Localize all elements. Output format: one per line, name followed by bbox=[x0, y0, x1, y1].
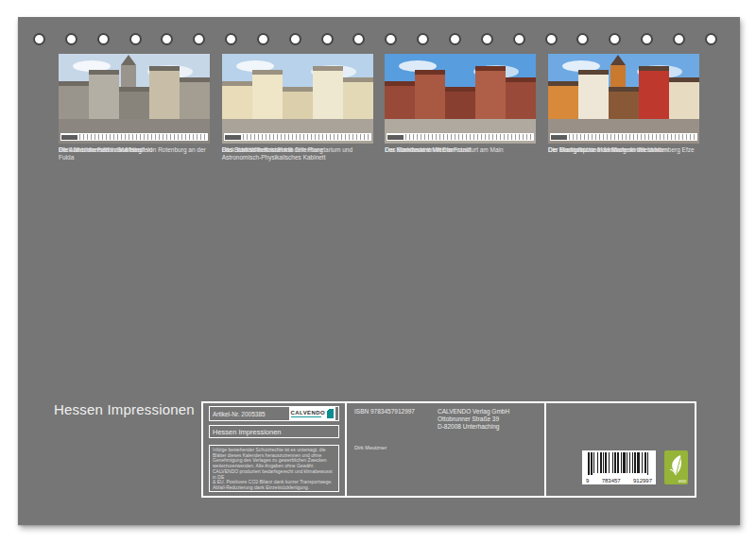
leaf-icon bbox=[666, 452, 686, 479]
publisher-info-box: Artikel-Nr. 2005385 CALVENDO Hessen Impr… bbox=[201, 401, 696, 498]
barcode-column: 9 783457 912997 eco bbox=[546, 403, 695, 496]
punch-hole bbox=[449, 33, 461, 45]
legal-line: E-Mail: info@calvendo.com • www.calvendo… bbox=[213, 491, 335, 492]
article-number: Artikel-Nr. 2005385 bbox=[213, 411, 266, 417]
punch-hole bbox=[65, 33, 77, 45]
thumbnail-row: Die Alte Universität in Marburg Das Schl… bbox=[59, 54, 699, 161]
thumbnail-photo bbox=[548, 54, 699, 144]
punch-hole bbox=[705, 33, 717, 45]
calendar-thumbnail: Die Alte Universität in Marburg bbox=[59, 54, 210, 161]
binding-punch-holes bbox=[33, 33, 717, 45]
barcode-digit-group: 9 bbox=[586, 478, 589, 484]
date-strip-month-label bbox=[61, 135, 77, 140]
barcode-digit-group: 912997 bbox=[633, 478, 652, 484]
thumbnail-date-strip bbox=[387, 133, 534, 141]
isbn-publisher-column: ISBN 9783457912997 CALVENDO Verlag GmbH … bbox=[347, 403, 546, 496]
punch-hole bbox=[609, 33, 621, 45]
punch-hole bbox=[545, 33, 558, 45]
calvendo-logo-wordmark: CALVENDO bbox=[291, 410, 325, 416]
calvendo-logo: CALVENDO bbox=[289, 407, 335, 421]
thumbnail-date-strip bbox=[224, 133, 371, 141]
article-number-box: Artikel-Nr. 2005385 CALVENDO bbox=[209, 406, 339, 421]
thumbnail-photo bbox=[222, 54, 373, 144]
punch-hole bbox=[193, 33, 205, 45]
calendar-thumbnail: Der Bischofsplatz in Limburg an der Lahn bbox=[548, 54, 699, 161]
date-strip-days bbox=[405, 134, 533, 140]
thumbnail-caption: Das Standesamt Mitte in Frankfurt am Mai… bbox=[385, 146, 536, 154]
date-strip-days bbox=[79, 134, 207, 140]
product-title-box: Hessen Impressionen bbox=[209, 425, 339, 438]
calvendo-logo-book-icon bbox=[327, 409, 334, 418]
punch-hole bbox=[481, 33, 493, 45]
thumbnail-grid: Der Lullusbrunnen in Bad Hersfeld Blick … bbox=[59, 54, 699, 432]
punch-hole bbox=[289, 33, 301, 45]
product-info-column: Artikel-Nr. 2005385 CALVENDO Hessen Impr… bbox=[203, 403, 347, 496]
thumbnail-caption: Das Schloss in Kassel mit dem Planetariu… bbox=[222, 146, 373, 161]
legal-text-box: Infolge bestehender Schutzrechte ist es … bbox=[209, 445, 339, 492]
calvendo-logo-tagline bbox=[291, 416, 322, 418]
date-strip-month-label bbox=[225, 135, 241, 140]
date-strip-days bbox=[569, 134, 696, 140]
thumbnail-caption: Die Alte Universität in Marburg bbox=[59, 146, 210, 154]
date-strip-month-label bbox=[387, 135, 404, 140]
calendar-thumbnail: Das Schloss in Kassel mit dem Planetariu… bbox=[222, 54, 373, 161]
barcode-digit-group: 783457 bbox=[602, 478, 621, 484]
ean-barcode: 9 783457 912997 bbox=[582, 450, 656, 484]
publisher-city: D-82008 Unterhaching bbox=[438, 423, 509, 431]
punch-hole bbox=[576, 33, 589, 45]
punch-hole bbox=[385, 33, 397, 45]
punch-hole bbox=[161, 33, 173, 45]
publisher-name: CALVENDO Verlag GmbH bbox=[438, 408, 509, 416]
punch-hole bbox=[513, 33, 525, 45]
punch-hole bbox=[257, 33, 269, 45]
calvendo-logo-text-block: CALVENDO bbox=[291, 410, 325, 417]
date-strip-month-label bbox=[551, 135, 567, 140]
thumbnail-photo bbox=[59, 54, 210, 144]
punch-hole bbox=[97, 33, 110, 45]
publisher-street: Ottobrunner Straße 39 bbox=[438, 416, 509, 423]
punch-hole bbox=[673, 33, 685, 45]
barcode-bars bbox=[582, 450, 656, 477]
calendar-back-page: Der Lullusbrunnen in Bad Hersfeld Blick … bbox=[18, 17, 740, 525]
punch-hole bbox=[129, 33, 142, 45]
punch-hole bbox=[352, 33, 365, 45]
eco-label: eco bbox=[679, 478, 686, 484]
punch-hole bbox=[225, 33, 237, 45]
publisher-address: CALVENDO Verlag GmbH Ottobrunner Straße … bbox=[438, 408, 509, 430]
punch-hole bbox=[641, 33, 653, 45]
thumbnail-date-strip bbox=[550, 133, 697, 141]
date-strip-days bbox=[243, 134, 370, 140]
punch-hole bbox=[417, 33, 429, 45]
calendar-title: Hessen Impressionen bbox=[54, 401, 195, 417]
calendar-thumbnail: Das Standesamt Mitte in Frankfurt am Mai… bbox=[385, 54, 536, 161]
thumbnail-date-strip bbox=[60, 133, 208, 141]
thumbnail-photo bbox=[385, 54, 536, 144]
author-name: Dirk Meutzner bbox=[354, 445, 537, 450]
thumbnail-caption: Der Bischofsplatz in Limburg an der Lahn bbox=[548, 146, 699, 154]
eco-logo: eco bbox=[664, 450, 688, 484]
punch-hole bbox=[321, 33, 334, 45]
punch-hole bbox=[33, 33, 45, 45]
isbn-number: ISBN 9783457912997 bbox=[354, 408, 438, 430]
barcode-digits: 9 783457 912997 bbox=[582, 478, 656, 484]
